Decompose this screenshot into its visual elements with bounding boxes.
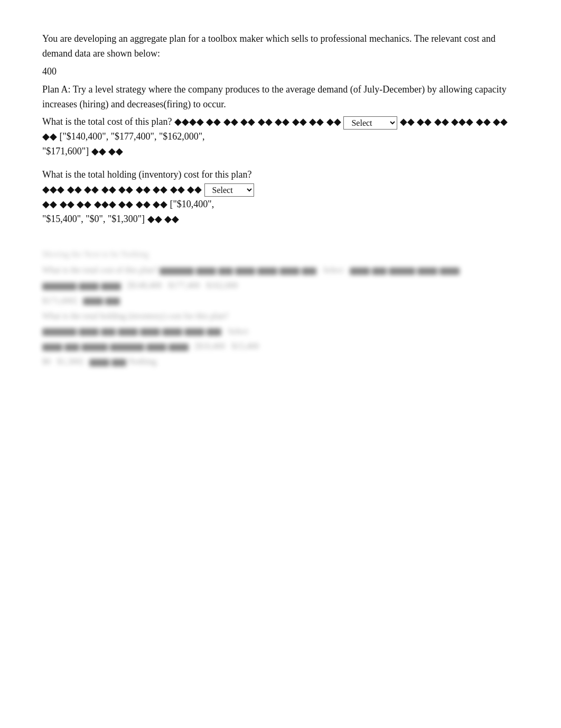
blurred-q1-line2: [$140,400 $177,400 $162,000	[42, 279, 518, 292]
blurred-q2-line1: What is the total holding (inventory) co…	[42, 310, 518, 323]
intro-paragraph: You are developing an aggregate plan for…	[42, 32, 518, 61]
q2-trailing-diamonds: ◆◆ ◆◆	[147, 214, 180, 224]
q1-options-suffix: "$171,600"]	[42, 146, 89, 156]
q2-diamonds-after: ◆◆ ◆◆ ◆◆ ◆◆◆ ◆◆ ◆◆ ◆◆	[42, 199, 167, 209]
main-content: You are developing an aggregate plan for…	[42, 32, 518, 368]
number-line: 400	[42, 64, 518, 79]
q1-options-prefix: ["$140,400", "$177,400", "$162,000",	[60, 131, 205, 142]
q2-diamonds-before: ◆◆◆ ◆◆ ◆◆ ◆◆ ◆◆ ◆◆ ◆◆ ◆◆ ◆◆	[42, 184, 202, 195]
q2-select-dropdown[interactable]: Select $10,400 $15,400 $0 $1,300	[204, 183, 254, 197]
q1-diamonds-before: ◆◆◆◆ ◆◆ ◆◆ ◆◆ ◆◆ ◆◆ ◆◆ ◆◆ ◆◆	[174, 116, 341, 127]
blurred-q2-line3: [$10,400 $15,400	[42, 340, 518, 353]
blurred-q1-line1: What is the total cost of this plan? Sel…	[42, 264, 518, 277]
plan-a-text: Plan A: Try a level strategy where the c…	[42, 84, 507, 109]
q1-select-dropdown[interactable]: Select $140,400 $177,400 $162,000 $171,6…	[343, 116, 397, 130]
plan-a-description: Plan A: Try a level strategy where the c…	[42, 82, 518, 112]
blurred-heading: Moving the Next to be Nothing	[42, 248, 518, 261]
q2-select-label[interactable]: Select $10,400 $15,400 $0 $1,300	[204, 184, 254, 195]
q1-prefix: What is the total cost of this plan?	[42, 116, 172, 127]
blurred-q2-line4: $0 $1,300] Nothing.	[42, 355, 518, 368]
q2-options-middle: "$15,400", "$0", "$1,300"]	[42, 214, 145, 224]
q2-options-prefix: ["$10,400",	[170, 199, 214, 209]
q1-select-label[interactable]: Select $140,400 $177,400 $162,000 $171,6…	[343, 116, 400, 127]
question-2-block: What is the total holding (inventory) co…	[42, 168, 518, 227]
blurred-section: Moving the Next to be Nothing What is th…	[42, 248, 518, 368]
intro-text: You are developing an aggregate plan for…	[42, 33, 495, 59]
blurred-q2-line2: Select	[42, 325, 518, 338]
number-value: 400	[42, 66, 57, 77]
q1-trailing-diamonds: ◆◆ ◆◆	[91, 146, 124, 156]
q2-prefix: What is the total holding (inventory) co…	[42, 169, 251, 180]
blurred-q1-line3: $171,600]	[42, 294, 518, 308]
question-1-block: What is the total cost of this plan? ◆◆◆…	[42, 115, 518, 159]
